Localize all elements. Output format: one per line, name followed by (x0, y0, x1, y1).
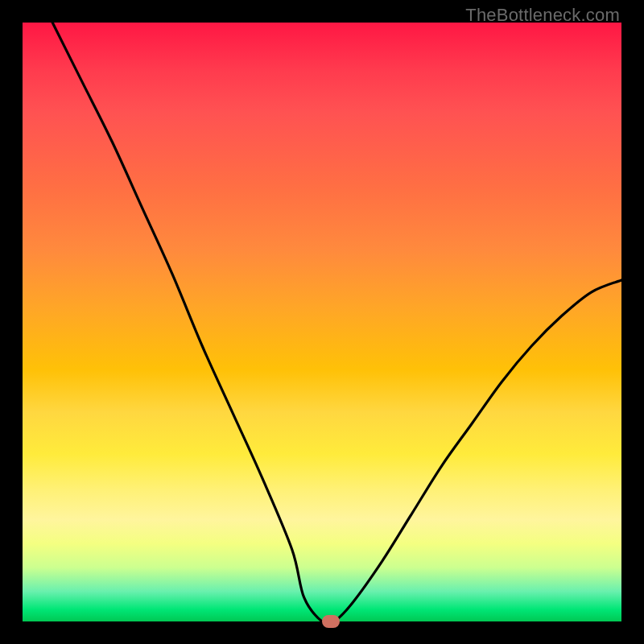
minimum-marker (322, 615, 340, 628)
curve-svg (23, 23, 621, 621)
bottleneck-curve-path (52, 23, 621, 624)
plot-area (23, 23, 621, 621)
chart-container: TheBottleneck.com (0, 0, 644, 644)
